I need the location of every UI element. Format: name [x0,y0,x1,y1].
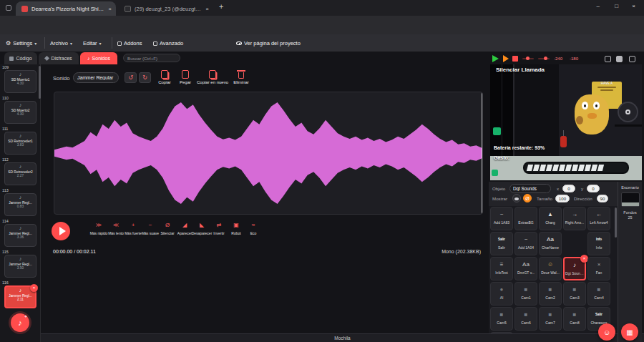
sprite-tile[interactable]: Info Info [587,232,610,255]
sound-list-item[interactable]: 109 ♪ SD Muerto1 4.30 [0,64,41,95]
effect-button[interactable]: Ø Silenciar [159,222,176,235]
delete-sound-button[interactable]: Eliminar [230,70,252,84]
stop-icon[interactable] [512,56,518,62]
sprite-tile[interactable]: Aa DmrGT v... [514,257,537,280]
add-backdrop-button[interactable]: ▦ [621,323,638,341]
sound-card[interactable]: ♪ Jammer Regl... 3.36 [4,224,36,247]
sprite-tile[interactable]: ■ Cam3 [563,282,586,306]
settings-menu[interactable]: ⚙ Settings ▾ [6,40,36,47]
sound-list-item[interactable]: 116 ♪ Jammer Regl... 2.11 × [0,280,41,311]
x-input[interactable] [562,185,575,192]
effect-button[interactable]: ≈ Eco [245,222,262,235]
sound-list-item[interactable]: 110 ♪ SD Muerto2 4.30 [0,95,41,126]
sprite-tile[interactable]: × Fan [587,257,610,280]
advanced-menu[interactable]: Avanzado [153,40,183,47]
sound-card[interactable]: ♪ Jammer Regl... 3.90 [4,255,36,278]
sprite-tile[interactable]: ■ Cam2 [539,282,562,306]
sprite-tile[interactable]: ▲ Charg [539,207,562,230]
size-input[interactable] [555,195,570,202]
tab-close-icon[interactable]: × [104,6,116,12]
sound-card[interactable]: ♪ SD Muerto2 4.30 [4,101,36,124]
effect-button[interactable]: ▣ Robot [228,222,245,235]
green-flag-icon[interactable] [492,55,499,62]
sprite-tile[interactable]: ~ Add 1A83 [490,207,513,230]
sprite-tile[interactable]: ■ Cam5 [490,307,513,331]
tab-sounds[interactable]: ♪ Sonidos [80,52,117,64]
sprite-name-input[interactable] [509,184,551,193]
sprite-tile[interactable]: ■ Cam7 [539,307,562,331]
sound-list-item[interactable]: 115 ♪ Jammer Regl... 3.90 [0,249,41,280]
paste-button[interactable]: Pegar [176,70,195,84]
delete-sound-badge[interactable]: × [30,284,38,292]
play-sound-button[interactable] [52,222,70,240]
effect-button[interactable]: + Más fuerte [125,222,142,235]
sprite-tile[interactable]: ☺ Deuz Wal... [539,257,562,280]
pause-play-icon[interactable] [503,55,509,62]
browser-tab-turbowarp[interactable]: Dearrea's Pizzeria Night Shift - × [16,1,116,16]
window-close-button[interactable]: × [632,3,635,9]
show-sprite-button[interactable] [512,194,521,202]
sprite-tile[interactable]: ■ Cam6 [514,307,537,331]
sprite-tile[interactable]: ExtrasBG [514,207,537,230]
sound-list-item[interactable]: 111 ♪ SD Retroceder1 3.83 [0,126,41,157]
effect-button[interactable]: ⇄ Invertir [210,222,228,235]
backpack-bar[interactable]: Mochila [41,333,644,342]
sprite-tile[interactable]: ~ Add 1A04 [514,232,537,255]
effect-button[interactable]: ◣ Desaparecer [193,222,210,235]
tab-code[interactable]: Código [4,52,37,64]
sprite-tile[interactable]: ■ Cam1 [514,282,537,306]
effect-button[interactable]: ≪ Más lento [107,222,125,235]
stage-canvas[interactable]: HAVE A Batería restante: 93% Gasto: Sile… [490,64,642,180]
window-maximize-button[interactable]: □ [615,3,618,9]
sound-card[interactable]: ♪ Jammer Regl... 0.83 [4,193,36,216]
sound-list-item[interactable]: 114 ♪ Jammer Regl... 3.36 [0,218,41,249]
sprite-tile[interactable]: ♪ Dgt Sounds × [563,257,586,280]
undo-button[interactable]: ↺ [125,72,137,83]
tab-search-icon[interactable] [6,5,11,11]
sprite-tile[interactable]: ← Left Arrow4 [587,207,610,230]
direction-input[interactable] [597,195,608,202]
small-stage-button[interactable] [605,56,611,62]
sprite-tile[interactable]: ≡ InfoText [490,257,513,280]
sound-name-input[interactable] [73,72,119,83]
effect-button[interactable]: ≫ Más rápido [90,222,107,235]
copy-button[interactable]: Copiar [155,70,175,84]
sprite-tile[interactable]: → Right Arro... [563,207,586,230]
tab-close-icon[interactable]: × [201,6,213,12]
sprite-tile[interactable]: ■ Cam8 [563,307,586,331]
sprite-tile[interactable]: ■ Cam4 [587,282,610,306]
framerate-slider[interactable] [522,58,534,59]
sprite-tile[interactable]: Salir Salir [490,232,513,255]
backdrop-thumbnail[interactable] [621,192,640,207]
tab-costumes[interactable]: Disfraces [39,52,79,64]
effect-button[interactable]: − Más suave [142,222,159,235]
new-tab-button[interactable]: + [219,2,223,11]
sprite-tile[interactable]: Aa CharName [539,232,562,255]
browser-tab-secondary[interactable]: (29) deuzgt_23 (@deuzgt_23) × [119,1,213,16]
file-menu[interactable]: Archivo ▾ [50,40,72,47]
volume-slider[interactable] [538,58,550,59]
add-sound-button[interactable]: ♪+ [11,313,29,332]
sound-list-item[interactable]: 112 ♪ SD Retroceder2 2.27 [0,157,41,187]
sprite-tile[interactable]: ☺ Rin Walk... [490,332,513,333]
window-minimize-button[interactable]: – [597,3,600,9]
sprite-tile[interactable]: ● AI [490,282,513,306]
waveform-panel[interactable] [54,92,483,215]
sound-card[interactable]: ♪ SD Retroceder1 3.83 [4,132,36,155]
project-page-link[interactable]: Ver página del proyecto [236,40,301,47]
copy-to-new-button[interactable]: Copiar en nuevo [196,70,229,84]
y-input[interactable] [587,185,600,192]
addons-menu[interactable]: Addons [117,40,142,47]
edit-menu[interactable]: Editar ▾ [83,40,102,47]
hide-sprite-button[interactable]: Ø [523,194,532,202]
playhead-line[interactable] [482,92,482,214]
sprite-grid-scrollbar[interactable] [615,207,617,238]
large-stage-button[interactable] [616,56,623,62]
sound-card[interactable]: ♪ Jammer Regl... 2.11 × [4,285,36,308]
sound-card[interactable]: ♪ SD Muerto1 4.30 [4,70,36,93]
redo-button[interactable]: ↻ [139,72,151,83]
fullscreen-button[interactable] [629,56,635,62]
sound-card[interactable]: ♪ SD Retroceder2 2.27 [4,162,36,185]
stage-selector-panel[interactable]: Escenario Fondos 25 [618,182,642,342]
effect-button[interactable]: ◢ Aparecer [176,222,193,235]
